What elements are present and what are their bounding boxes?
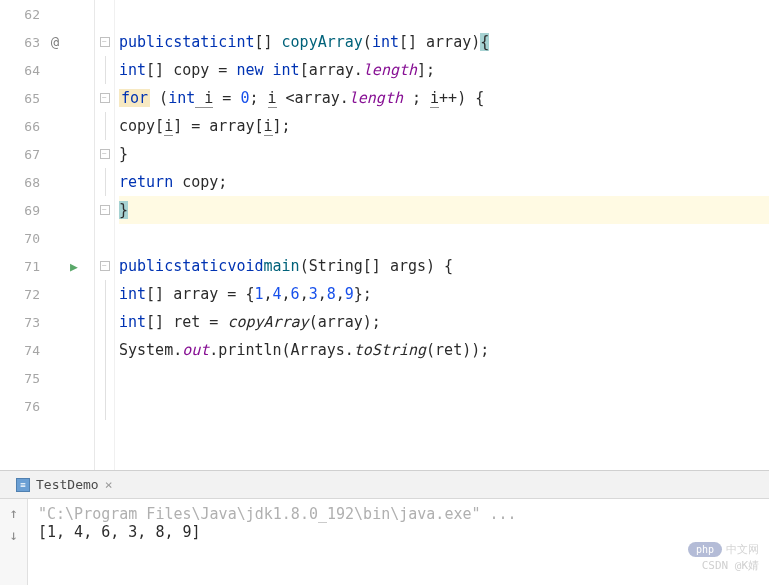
gutter: 62 63@ 64 65 66 67 68 69 70 71▶ 72 73 74… bbox=[0, 0, 95, 470]
line-number: 76 bbox=[12, 399, 40, 414]
console-tabs: ≡ TestDemo × bbox=[0, 471, 769, 499]
code-line[interactable]: for (int i = 0; i <array.length ; i++) { bbox=[119, 84, 769, 112]
code-line[interactable] bbox=[119, 0, 769, 28]
line-number: 70 bbox=[12, 231, 40, 246]
arrow-up-icon[interactable]: ↑ bbox=[9, 505, 17, 521]
console-controls: ↑ ↓ bbox=[0, 499, 28, 585]
fold-column: − − − − − bbox=[95, 0, 115, 470]
line-number: 75 bbox=[12, 371, 40, 386]
fold-toggle-icon[interactable]: − bbox=[100, 37, 110, 47]
console-tab[interactable]: ≡ TestDemo × bbox=[8, 473, 120, 496]
code-line[interactable]: } bbox=[119, 140, 769, 168]
line-number: 69 bbox=[12, 203, 40, 218]
gutter-row[interactable]: 72 bbox=[0, 280, 94, 308]
arrow-down-icon[interactable]: ↓ bbox=[9, 527, 17, 543]
gutter-row[interactable]: 76 bbox=[0, 392, 94, 420]
close-icon[interactable]: × bbox=[105, 477, 113, 492]
gutter-row[interactable]: 66 bbox=[0, 112, 94, 140]
console-tab-label: TestDemo bbox=[36, 477, 99, 492]
line-number: 67 bbox=[12, 147, 40, 162]
fold-toggle-icon[interactable]: − bbox=[100, 261, 110, 271]
code-line[interactable]: int[] copy = new int[array.length]; bbox=[119, 56, 769, 84]
gutter-row[interactable]: 68 bbox=[0, 168, 94, 196]
console-result: [1, 4, 6, 3, 8, 9] bbox=[38, 523, 759, 541]
fold-toggle-icon[interactable]: − bbox=[100, 93, 110, 103]
line-number: 65 bbox=[12, 91, 40, 106]
gutter-row[interactable]: 64 bbox=[0, 56, 94, 84]
console-output[interactable]: "C:\Program Files\Java\jdk1.8.0_192\bin\… bbox=[28, 499, 769, 585]
run-icon[interactable]: ▶ bbox=[70, 259, 88, 274]
line-number: 68 bbox=[12, 175, 40, 190]
line-number: 64 bbox=[12, 63, 40, 78]
gutter-row[interactable]: 65 bbox=[0, 84, 94, 112]
code-line[interactable]: int[] array = {1,4,6,3,8,9}; bbox=[119, 280, 769, 308]
gutter-row[interactable]: 69 bbox=[0, 196, 94, 224]
line-number: 62 bbox=[12, 7, 40, 22]
code-line[interactable]: return copy; bbox=[119, 168, 769, 196]
console-body: ↑ ↓ "C:\Program Files\Java\jdk1.8.0_192\… bbox=[0, 499, 769, 585]
code-line[interactable] bbox=[119, 392, 769, 420]
gutter-row[interactable]: 63@ bbox=[0, 28, 94, 56]
gutter-row[interactable]: 67 bbox=[0, 140, 94, 168]
code-line[interactable] bbox=[119, 364, 769, 392]
gutter-row[interactable]: 73 bbox=[0, 308, 94, 336]
line-number: 73 bbox=[12, 315, 40, 330]
gutter-row[interactable]: 70 bbox=[0, 224, 94, 252]
csdn-watermark: CSDN @K婧 bbox=[702, 558, 759, 573]
console-command: "C:\Program Files\Java\jdk1.8.0_192\bin\… bbox=[38, 505, 759, 523]
fold-end-icon[interactable]: − bbox=[100, 149, 110, 159]
gutter-row[interactable]: 75 bbox=[0, 364, 94, 392]
code-line[interactable]: public static int[] copyArray(int[] arra… bbox=[119, 28, 769, 56]
console-panel: ≡ TestDemo × ↑ ↓ "C:\Program Files\Java\… bbox=[0, 470, 769, 585]
line-number: 66 bbox=[12, 119, 40, 134]
watermark: php 中文网 bbox=[688, 542, 759, 557]
code-content[interactable]: public static int[] copyArray(int[] arra… bbox=[115, 0, 769, 470]
code-line[interactable]: int[] ret = copyArray(array); bbox=[119, 308, 769, 336]
code-line[interactable]: System.out.println(Arrays.toString(ret))… bbox=[119, 336, 769, 364]
gutter-row[interactable]: 62 bbox=[0, 0, 94, 28]
line-number: 63 bbox=[12, 35, 40, 50]
line-number: 71 bbox=[12, 259, 40, 274]
code-line[interactable] bbox=[119, 224, 769, 252]
code-line[interactable]: copy[i] = array[i]; bbox=[119, 112, 769, 140]
line-number: 72 bbox=[12, 287, 40, 302]
php-badge-icon: php bbox=[688, 542, 722, 557]
code-line[interactable]: } bbox=[119, 196, 769, 224]
code-line[interactable]: public static void main(String[] args) { bbox=[119, 252, 769, 280]
gutter-row[interactable]: 74 bbox=[0, 336, 94, 364]
line-number: 74 bbox=[12, 343, 40, 358]
override-icon[interactable]: @ bbox=[40, 34, 70, 50]
editor-area: 62 63@ 64 65 66 67 68 69 70 71▶ 72 73 74… bbox=[0, 0, 769, 470]
run-config-icon: ≡ bbox=[16, 478, 30, 492]
gutter-row[interactable]: 71▶ bbox=[0, 252, 94, 280]
fold-end-icon[interactable]: − bbox=[100, 205, 110, 215]
